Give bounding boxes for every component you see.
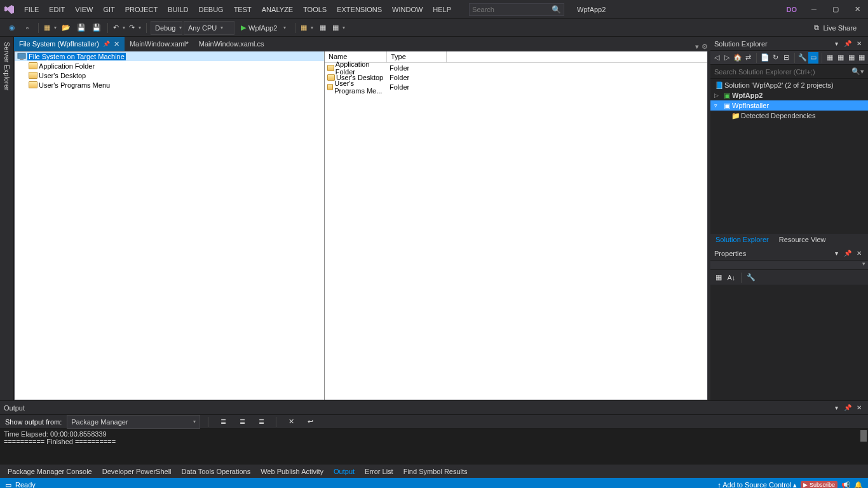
user-badge[interactable]: DO [780, 6, 804, 13]
open-button[interactable]: 📂 [59, 21, 73, 35]
bt-pmc[interactable]: Package Manager Console [3, 465, 97, 478]
tab-filesystem[interactable]: File System (WpfInstaller) 📌 ✕ [14, 37, 125, 51]
notif-bell-icon[interactable]: 🔔 [854, 481, 863, 489]
pin-icon[interactable]: 📌 [103, 41, 110, 47]
tab-mainwindow-cs[interactable]: MainWindow.xaml.cs [194, 37, 269, 51]
output-source-dropdown[interactable]: Package Manager▾ [67, 415, 200, 429]
se-refresh-icon[interactable]: ↻ [771, 52, 781, 64]
tb-icon-2[interactable]: ▦ [316, 21, 330, 35]
se-sync-icon[interactable]: 📄 [760, 52, 770, 64]
menu-git[interactable]: GIT [98, 0, 119, 19]
tb-icon-3[interactable]: ▦▾ [331, 21, 346, 35]
bt-findsymbol[interactable]: Find Symbol Results [398, 465, 473, 478]
add-source-control[interactable]: ↑ Add to Source Control ▴ [717, 481, 797, 489]
se-prop3-icon[interactable]: ▦ [846, 52, 857, 64]
filesystem-tree[interactable]: File System on Target Machine Applicatio… [15, 51, 325, 400]
menu-help[interactable]: HELP [428, 0, 456, 19]
solution-explorer-search[interactable]: 🔍▾ [710, 65, 868, 79]
menu-debug[interactable]: DEBUG [194, 0, 229, 19]
tree-desktop[interactable]: User's Desktop [15, 71, 324, 80]
liveshare-button[interactable]: ⧉ Live Share [808, 24, 863, 32]
detected-dependencies[interactable]: 📁 Detected Dependencies [710, 111, 868, 121]
pin-icon[interactable]: 📌 [843, 248, 853, 259]
save-button[interactable]: 💾 [74, 21, 88, 35]
list-row[interactable]: User's Programs Me... Folder [325, 82, 707, 92]
filesystem-list[interactable]: Name Type Application Folder Folder User… [325, 51, 707, 400]
project-node-wpfinstaller[interactable]: ▿ ▣ WpfInstaller [710, 100, 868, 111]
se-showall-icon[interactable]: 🔧 [798, 52, 808, 64]
properties-combo[interactable]: ▾ [710, 261, 868, 269]
save-all-button[interactable]: 💾 [90, 21, 104, 35]
close-icon[interactable]: ✕ [854, 403, 864, 413]
titlebar-search[interactable]: 🔍 [469, 3, 564, 16]
config-dropdown[interactable]: Debug▾ [151, 21, 182, 35]
scrollbar-thumb[interactable] [860, 430, 867, 442]
menu-analyze[interactable]: ANALYZE [257, 0, 298, 19]
out-wrap-icon[interactable]: ↩ [303, 415, 317, 429]
se-search-input[interactable] [714, 68, 851, 76]
menu-build[interactable]: BUILD [163, 0, 193, 19]
se-prop2-icon[interactable]: ▦ [836, 52, 846, 64]
tree-app-folder[interactable]: Application Folder [15, 61, 324, 71]
menu-extensions[interactable]: EXTENSIONS [332, 0, 387, 19]
nav-fwd-button[interactable]: ▫ [20, 21, 34, 35]
se-tab-resource[interactable]: Resource View [774, 234, 831, 247]
close-icon[interactable]: ✕ [854, 39, 864, 49]
menu-project[interactable]: PROJECT [120, 0, 163, 19]
bt-datatools[interactable]: Data Tools Operations [177, 465, 256, 478]
pin-icon[interactable]: 📌 [843, 403, 853, 413]
close-button[interactable]: ✕ [846, 0, 868, 19]
panel-menu-icon[interactable]: ▾ [831, 39, 841, 49]
solution-node[interactable]: 📘 Solution 'WpfApp2' (2 of 2 projects) [710, 80, 868, 90]
bt-webpublish[interactable]: Web Publish Activity [255, 465, 329, 478]
notif-icon[interactable]: ▶ Subscribe [801, 481, 837, 488]
project-node-wpfapp2[interactable]: ▷ ▣ WpfApp2 [710, 90, 868, 100]
bt-powershell[interactable]: Developer PowerShell [97, 465, 177, 478]
minimize-button[interactable]: ─ [803, 0, 825, 19]
panel-menu-icon[interactable]: ▾ [831, 403, 841, 413]
start-button[interactable]: ▶ WpfApp2▾ [236, 21, 291, 35]
categorize-icon[interactable]: ▦ [713, 272, 724, 283]
out-clear-icon[interactable]: ✕ [284, 415, 298, 429]
platform-dropdown[interactable]: Any CPU▾ [184, 21, 234, 35]
bt-errorlist[interactable]: Error List [360, 465, 398, 478]
maximize-button[interactable]: ▢ [825, 0, 846, 19]
expand-icon[interactable]: ▷ [714, 92, 722, 98]
out-btn1[interactable]: ≣ [216, 415, 230, 429]
redo-button[interactable]: ↷▾ [128, 21, 142, 35]
menu-view[interactable]: VIEW [70, 0, 98, 19]
bt-output[interactable]: Output [329, 465, 360, 478]
wrench-icon[interactable]: 🔧 [745, 272, 757, 283]
se-preview-icon[interactable]: ▭ [808, 52, 818, 64]
solution-tree[interactable]: 📘 Solution 'WpfApp2' (2 of 2 projects) ▷… [710, 79, 868, 234]
menu-edit[interactable]: EDIT [44, 0, 70, 19]
out-btn3[interactable]: ≣ [254, 415, 268, 429]
se-back-icon[interactable]: ◁ [712, 52, 722, 64]
tab-gear-icon[interactable]: ⚙ [702, 43, 708, 51]
panel-menu-icon[interactable]: ▾ [831, 248, 841, 259]
col-type[interactable]: Type [387, 51, 447, 62]
tree-programs-menu[interactable]: User's Programs Menu [15, 80, 324, 90]
menu-file[interactable]: FILE [19, 0, 44, 19]
close-icon[interactable]: ✕ [854, 248, 864, 259]
menu-tools[interactable]: TOOLS [298, 0, 332, 19]
undo-button[interactable]: ↶▾ [112, 21, 126, 35]
se-tab-solution[interactable]: Solution Explorer [710, 234, 774, 247]
se-home-icon[interactable]: 🏠 [733, 52, 743, 64]
server-explorer-tab[interactable]: Server Explorer [0, 37, 14, 400]
out-btn2[interactable]: ≣ [235, 415, 249, 429]
list-row[interactable]: Application Folder Folder [325, 63, 707, 72]
menu-window[interactable]: WINDOW [387, 0, 428, 19]
search-input[interactable] [472, 6, 552, 13]
se-prop4-icon[interactable]: ▦ [857, 52, 867, 64]
se-fwd-icon[interactable]: ▷ [722, 52, 733, 64]
tree-root[interactable]: File System on Target Machine [15, 51, 324, 61]
output-body[interactable]: Time Elapsed: 00:00:00.8558339 =========… [0, 429, 868, 464]
close-icon[interactable]: ✕ [114, 40, 119, 48]
menu-test[interactable]: TEST [229, 0, 257, 19]
alpha-icon[interactable]: A↓ [726, 272, 737, 283]
status-count[interactable]: 📢 [841, 481, 850, 489]
pin-icon[interactable]: 📌 [843, 39, 853, 49]
new-button[interactable]: ▦▾ [43, 21, 58, 35]
se-switch-icon[interactable]: ⇄ [743, 52, 754, 64]
